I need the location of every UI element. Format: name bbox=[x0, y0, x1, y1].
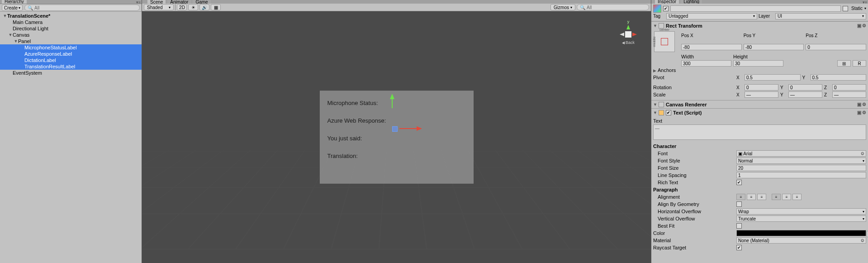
hierarchy-tab[interactable]: Hierarchy bbox=[2, 0, 27, 4]
help-icon[interactable]: ▣ bbox=[857, 23, 861, 28]
font-field[interactable]: ▣ Arial⊙ bbox=[736, 150, 866, 157]
fold-icon[interactable]: ▼ bbox=[653, 102, 657, 107]
gameobject-name-input[interactable] bbox=[670, 5, 841, 12]
v-overflow-dropdown[interactable]: Truncate▾ bbox=[736, 215, 866, 222]
fx-toggle[interactable]: ▦ bbox=[211, 4, 221, 10]
blueprint-button[interactable]: ⊞ bbox=[837, 60, 851, 67]
rot-y-input[interactable] bbox=[788, 84, 822, 91]
panel-menu-icon[interactable]: ▾≡ bbox=[863, 0, 867, 5]
static-checkbox[interactable] bbox=[843, 6, 848, 11]
audio-toggle[interactable]: 🔊 bbox=[199, 4, 209, 10]
text-textarea[interactable]: — bbox=[653, 124, 866, 140]
color-field[interactable] bbox=[736, 230, 866, 236]
mode-2d-toggle[interactable]: 2D bbox=[177, 4, 187, 10]
lighting-tab[interactable]: Lighting bbox=[681, 0, 702, 4]
scene-tabstrip: Scene Animator Game bbox=[142, 0, 651, 4]
scale-x-input[interactable] bbox=[745, 91, 778, 98]
height-input[interactable] bbox=[733, 60, 783, 67]
scene-tab[interactable]: Scene bbox=[147, 0, 166, 4]
gear-icon[interactable]: ⚙ bbox=[862, 23, 866, 28]
gizmos-dropdown[interactable]: Gizmos ▾ bbox=[550, 4, 575, 10]
text-label: Text bbox=[653, 118, 866, 124]
line-spacing-label: Line Spacing bbox=[653, 172, 735, 178]
h-overflow-dropdown[interactable]: Wrap▾ bbox=[736, 208, 866, 215]
pivot-x-input[interactable] bbox=[745, 74, 801, 81]
tree-item-selected[interactable]: DictationLabel bbox=[0, 57, 142, 63]
hierarchy-search[interactable]: 🔍All bbox=[24, 5, 140, 11]
animator-tab[interactable]: Animator bbox=[167, 0, 191, 4]
align-top-button[interactable]: ≡ bbox=[772, 194, 781, 200]
tree-item-selected[interactable]: MicrophoneStatusLabel bbox=[0, 44, 142, 51]
tree-item[interactable]: Main Camera bbox=[0, 19, 142, 25]
panel-menu-icon[interactable]: ▾≡ bbox=[136, 0, 141, 5]
width-input[interactable] bbox=[681, 60, 731, 67]
line-spacing-input[interactable] bbox=[736, 172, 866, 178]
height-label: Height bbox=[733, 54, 783, 59]
h-overflow-label: Horizontal Overflow bbox=[653, 209, 735, 214]
align-geometry-checkbox[interactable] bbox=[736, 201, 742, 207]
material-field[interactable]: None (Material)⊙ bbox=[736, 237, 866, 244]
font-size-input[interactable] bbox=[736, 165, 866, 171]
transform-gizmo-x[interactable] bbox=[417, 126, 422, 131]
align-right-button[interactable]: ≡ bbox=[757, 194, 766, 200]
active-checkbox[interactable] bbox=[663, 6, 669, 11]
inspector-header: Static ▾ Tag Untagged▾ Layer UI▾ bbox=[651, 4, 868, 21]
tree-item-selected[interactable]: AzureResponseLabel bbox=[0, 51, 142, 57]
hierarchy-tabstrip: Hierarchy ▾≡ bbox=[0, 0, 142, 4]
hierarchy-tree[interactable]: TranslationScene* Main Camera Directiona… bbox=[0, 12, 142, 263]
font-style-dropdown[interactable]: Normal▾ bbox=[736, 158, 866, 164]
align-middle-button[interactable]: ≡ bbox=[782, 194, 791, 200]
canvas-panel-mock: Microphone Status: Azure Web Response: Y… bbox=[320, 91, 474, 184]
create-dropdown[interactable]: Create ▾ bbox=[2, 5, 23, 11]
component-enable-checkbox[interactable] bbox=[666, 110, 671, 115]
anchor-preset-button[interactable]: center middle bbox=[654, 31, 675, 52]
pivot-y-input[interactable] bbox=[811, 74, 867, 81]
posx-label: Pos X bbox=[681, 33, 742, 38]
tag-dropdown[interactable]: Untagged▾ bbox=[666, 13, 757, 19]
best-fit-checkbox[interactable] bbox=[736, 223, 742, 229]
help-icon[interactable]: ▣ bbox=[857, 102, 861, 107]
gear-icon[interactable]: ⚙ bbox=[862, 110, 866, 115]
scene-root[interactable]: TranslationScene* bbox=[0, 13, 142, 19]
scale-z-input[interactable] bbox=[832, 91, 866, 98]
orientation-gizmo[interactable]: y Back bbox=[615, 19, 642, 56]
game-tab[interactable]: Game bbox=[193, 0, 210, 4]
align-center-button[interactable]: ≡ bbox=[747, 194, 756, 200]
light-toggle[interactable]: ☀ bbox=[188, 4, 198, 10]
scale-y-input[interactable] bbox=[788, 91, 822, 98]
scene-viewport[interactable]: Microphone Status: Azure Web Response: Y… bbox=[142, 11, 651, 263]
best-fit-label: Best Fit bbox=[653, 223, 735, 229]
align-bottom-button[interactable]: ≡ bbox=[792, 194, 802, 200]
posy-input[interactable] bbox=[744, 44, 804, 50]
shading-dropdown[interactable]: Shaded ▾ bbox=[144, 4, 174, 10]
tree-item[interactable]: Directional Light bbox=[0, 25, 142, 32]
fold-icon[interactable]: ▼ bbox=[653, 24, 657, 28]
selection-handle[interactable] bbox=[392, 126, 398, 132]
canvas-renderer-component: ▼ Canvas Renderer ▣⚙ bbox=[651, 100, 868, 108]
raycast-checkbox[interactable] bbox=[736, 245, 742, 250]
gameobject-icon[interactable] bbox=[653, 5, 661, 13]
layer-dropdown[interactable]: UI▾ bbox=[775, 13, 866, 19]
text-component-icon bbox=[659, 110, 664, 115]
inspector-tab[interactable]: Inspector bbox=[655, 0, 679, 4]
tree-item[interactable]: Canvas bbox=[0, 32, 142, 38]
gear-icon[interactable]: ⚙ bbox=[862, 102, 866, 107]
posx-input[interactable] bbox=[681, 44, 742, 50]
rot-z-input[interactable] bbox=[832, 84, 866, 91]
help-icon[interactable]: ▣ bbox=[857, 110, 861, 115]
tree-item[interactable]: Panel bbox=[0, 38, 142, 44]
rich-text-checkbox[interactable] bbox=[736, 180, 742, 185]
font-style-label: Font Style bbox=[653, 158, 735, 163]
rot-x-input[interactable] bbox=[745, 84, 778, 91]
anchors-foldout[interactable]: Anchors bbox=[658, 67, 676, 73]
posz-input[interactable] bbox=[806, 44, 866, 50]
tree-item[interactable]: EventSystem bbox=[0, 70, 142, 76]
tree-item-selected[interactable]: TranslationResultLabel bbox=[0, 63, 142, 70]
raw-edit-button[interactable]: R bbox=[853, 60, 866, 67]
rotation-label: Rotation bbox=[653, 85, 735, 90]
scene-search[interactable]: 🔍All bbox=[577, 4, 649, 10]
layer-label: Layer bbox=[759, 14, 774, 19]
align-left-button[interactable]: ≡ bbox=[736, 194, 745, 200]
fold-icon[interactable]: ▼ bbox=[653, 110, 657, 115]
back-button[interactable]: Back bbox=[615, 40, 642, 45]
